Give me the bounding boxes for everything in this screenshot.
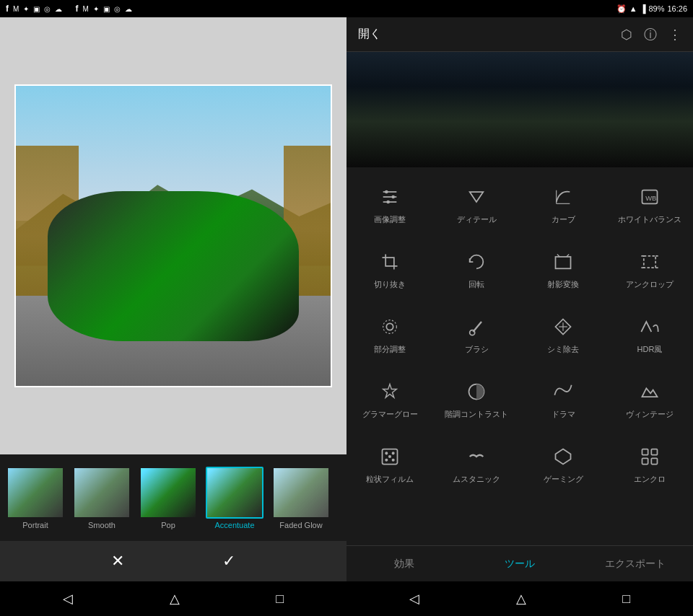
tool-healing[interactable]: シミ除去 — [520, 303, 606, 368]
tool-glamour[interactable]: グラマーグロー — [346, 368, 433, 433]
crop-icon — [380, 252, 400, 275]
tab-effects-label: 効果 — [394, 558, 414, 571]
open-label[interactable]: 開く — [358, 27, 621, 42]
battery-percent: 89% — [648, 4, 664, 13]
svg-point-32 — [393, 459, 394, 460]
svg-point-31 — [385, 459, 387, 460]
action-bar: ✕ ✓ — [0, 541, 346, 581]
back-button-right[interactable]: ◁ — [409, 591, 419, 607]
tool-curve[interactable]: カーブ — [520, 173, 606, 238]
dropbox-icon: ✦ — [23, 5, 29, 13]
status-bar-left: f M ✦ ▣ ◎ ☁ f M ✦ ▣ ◎ ☁ — [0, 0, 346, 17]
main-content: Portrait Smooth Pop Accentuate — [0, 17, 693, 581]
glamour-icon — [380, 382, 400, 405]
tool-label-perspective: 射影変換 — [547, 279, 579, 289]
photo-icon-right: ▣ — [103, 5, 110, 13]
info-icon[interactable]: ⓘ — [644, 26, 657, 43]
svg-rect-34 — [642, 449, 648, 454]
wifi-icon: ▲ — [629, 4, 637, 13]
tool-label-tonal: 階調コントラスト — [445, 409, 508, 419]
filter-label-accentuate: Accentuate — [214, 521, 254, 529]
svg-point-4 — [391, 195, 395, 199]
photo-motorcycle — [48, 191, 300, 341]
wb-icon: WB — [640, 187, 660, 210]
tool-retro[interactable]: 粒状フィルム — [346, 433, 433, 498]
svg-point-20 — [383, 320, 397, 334]
home-button-right[interactable]: △ — [516, 591, 526, 607]
tool-detail[interactable]: ディテール — [433, 173, 520, 238]
filter-thumb-portrait-img — [8, 468, 63, 517]
tool-label-uncrop: アンクロップ — [626, 279, 674, 289]
cancel-button[interactable]: ✕ — [105, 546, 130, 576]
retro-icon — [380, 446, 400, 470]
tool-brush[interactable]: ブラシ — [433, 303, 520, 368]
perspective-icon — [553, 252, 573, 275]
photo-container — [0, 17, 346, 454]
filter-thumb-pop — [139, 467, 197, 519]
bottom-tabs: 効果 ツール エクスポート — [346, 545, 693, 581]
tab-export[interactable]: エクスポート — [578, 546, 693, 581]
dropbox-icon-right: ✦ — [93, 5, 99, 13]
cloud-icon: ☁ — [55, 5, 62, 13]
tool-vintage[interactable]: ヴィンテージ — [606, 368, 693, 433]
svg-marker-6 — [470, 192, 484, 202]
tool-gaming[interactable]: ゲーミング — [520, 433, 606, 498]
fb-icon-right: f — [75, 4, 78, 14]
tool-label-selective: 部分調整 — [374, 344, 406, 354]
svg-point-3 — [385, 190, 388, 194]
tab-effects[interactable]: 効果 — [346, 546, 462, 581]
right-panel: 開く ⬡ ⓘ ⋮ 画像調整 — [346, 17, 693, 581]
filter-faded-glow[interactable]: Faded Glow — [269, 467, 334, 529]
right-top-icons: ⬡ ⓘ ⋮ — [621, 26, 681, 43]
home-button-left[interactable]: △ — [170, 591, 180, 607]
uncrop-icon — [640, 252, 660, 275]
tool-crop[interactable]: 切り抜き — [346, 238, 433, 303]
tool-selective[interactable]: 部分調整 — [346, 303, 433, 368]
healing-icon — [553, 317, 573, 340]
svg-point-30 — [393, 452, 394, 454]
tool-perspective[interactable]: 射影変換 — [520, 238, 606, 303]
hdr-icon — [640, 317, 660, 340]
tool-label-white-balance: ホワイトバランス — [618, 214, 681, 224]
instagram-icon-right: ◎ — [114, 5, 121, 13]
tab-tools[interactable]: ツール — [462, 546, 578, 581]
tool-label-healing: シミ除去 — [547, 344, 579, 354]
tool-label-glamour: グラマーグロー — [362, 409, 418, 419]
filter-portrait[interactable]: Portrait — [3, 467, 68, 529]
layers-icon[interactable]: ⬡ — [621, 27, 632, 43]
tool-drama[interactable]: ドラマ — [520, 368, 606, 433]
filter-accentuate[interactable]: Accentuate — [202, 467, 267, 529]
status-bar-right: ⏰ ▲ ▐ 89% 16:26 — [346, 0, 693, 17]
square-button-left[interactable]: □ — [276, 591, 284, 607]
filter-thumb-faded-img — [274, 468, 328, 517]
confirm-button[interactable]: ✓ — [217, 546, 241, 576]
svg-point-29 — [389, 456, 391, 457]
filter-thumb-smooth — [73, 467, 131, 519]
svg-rect-14 — [644, 256, 655, 268]
tool-image-adjust[interactable]: 画像調整 — [346, 173, 433, 238]
more-icon[interactable]: ⋮ — [668, 27, 681, 43]
fb-icon: f — [6, 4, 9, 14]
svg-rect-37 — [651, 458, 657, 464]
filter-smooth[interactable]: Smooth — [69, 467, 134, 529]
square-button-right[interactable]: □ — [622, 591, 630, 607]
svg-marker-25 — [383, 384, 397, 397]
back-button-left[interactable]: ◁ — [63, 591, 73, 607]
tool-uncrop[interactable]: アンクロップ — [606, 238, 693, 303]
tool-white-balance[interactable]: WB ホワイトバランス — [606, 173, 693, 238]
tool-more[interactable]: エンクロ — [606, 433, 693, 498]
tool-moustache[interactable]: ムスタニック — [433, 433, 520, 498]
tool-tonal-contrast[interactable]: 階調コントラスト — [433, 368, 520, 433]
tool-rotate[interactable]: 回転 — [433, 238, 520, 303]
instagram-icon: ◎ — [44, 5, 51, 13]
svg-rect-11 — [556, 257, 571, 268]
tool-hdr[interactable]: HDR風 — [606, 303, 693, 368]
filter-pop[interactable]: Pop — [136, 467, 201, 529]
vintage-icon — [640, 382, 660, 405]
right-preview — [346, 52, 693, 167]
selective-icon — [380, 317, 400, 340]
sliders-icon — [380, 187, 400, 210]
filter-thumb-accentuate — [206, 467, 263, 519]
filter-label-pop: Pop — [161, 521, 175, 529]
filter-thumb-accentuate-img — [207, 468, 262, 517]
